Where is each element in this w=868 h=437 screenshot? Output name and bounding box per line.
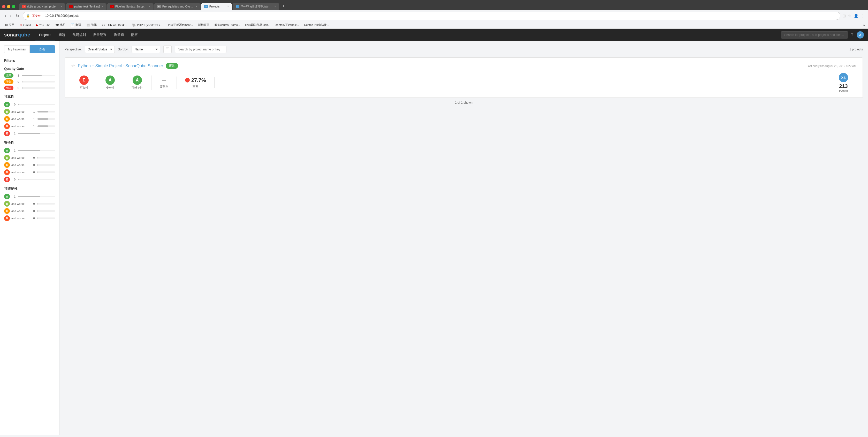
perspective-select[interactable]: Overall Status Leak Period	[85, 46, 115, 53]
bookmark-youtube[interactable]: ▶ YouTube	[34, 23, 53, 27]
my-favorites-toggle[interactable]: My Favorites	[4, 45, 30, 53]
reliability-a-count: 0	[11, 103, 16, 106]
nav-issues[interactable]: 问题	[55, 29, 69, 41]
maximize-window-btn[interactable]	[12, 5, 15, 8]
bookmark-button[interactable]: ☆	[848, 13, 851, 18]
refresh-button[interactable]: ↻	[14, 13, 21, 19]
reliability-section: 可靠性 A 0 B and worse 1 C	[4, 94, 55, 136]
project-search-input[interactable]	[175, 46, 226, 53]
menu-button[interactable]: ⋮	[861, 13, 865, 18]
reliability-d[interactable]: D and worse 1	[4, 123, 55, 129]
security-c-bar	[37, 164, 38, 166]
reliability-c-bar	[37, 118, 48, 120]
sidebar: My Favorites 所有 Filters Quality Gate 正常 …	[0, 41, 59, 435]
nav-quality-gates[interactable]: 质量阀	[110, 29, 127, 41]
tab-6[interactable]: O OneBlog开源博客后台管理系统 ×	[232, 3, 279, 10]
sort-by-select[interactable]: Name Last Analysis Quality Gate	[131, 46, 160, 53]
maintainability-d[interactable]: D and worse 0	[4, 215, 55, 221]
bookmark-newtab-label: 新标签页	[198, 23, 209, 27]
bookmark-linux-tomcat[interactable]: linux下部署tomcat...	[165, 23, 195, 27]
bookmark-ck[interactable]: ck :: Ubuntu Desk...	[100, 23, 129, 27]
bookmark-translate[interactable]: 📄 翻译	[68, 23, 83, 27]
translate-button[interactable]: ⊞	[842, 13, 846, 18]
tab-favicon-3: J	[110, 5, 114, 8]
bookmark-newtab[interactable]: 新标签页	[196, 23, 212, 27]
reliability-c[interactable]: C and worse 1	[4, 116, 55, 122]
maintainability-c[interactable]: C and worse 0	[4, 208, 55, 214]
security-e[interactable]: E 0	[4, 177, 55, 182]
reliability-a[interactable]: A 0	[4, 101, 55, 107]
security-d[interactable]: D and worse 0	[4, 169, 55, 175]
nav-projects[interactable]: Projects	[35, 29, 55, 41]
security-d-count: 0	[31, 171, 35, 174]
maintainability-a-bar-container	[18, 196, 55, 197]
tab-1-label: dujie-group / test-project · Gi...	[27, 5, 59, 8]
reliability-a-badge: A	[4, 101, 10, 107]
back-button[interactable]: ‹	[3, 13, 7, 19]
tab-4-close[interactable]: ×	[196, 5, 197, 8]
bookmark-zabbix[interactable]: centos7下zabbix...	[274, 23, 301, 27]
tab-2-close[interactable]: ×	[101, 5, 103, 8]
bookmark-centos-tomc[interactable]: 教你centos中tomc...	[213, 23, 242, 27]
new-tab-button[interactable]: +	[280, 2, 287, 10]
user-avatar[interactable]: A	[857, 31, 864, 38]
quality-gate-warning[interactable]: 警告 0	[4, 79, 55, 84]
metric-coverage: – 覆盖率	[152, 77, 177, 89]
tab-3[interactable]: J Pipeline Syntax: Snippet Gene... ×	[107, 3, 154, 10]
tab-1[interactable]: G dujie-group / test-project · Gi... ×	[19, 3, 65, 10]
security-a[interactable]: A 1	[4, 148, 55, 153]
security-b[interactable]: B and worse 0	[4, 155, 55, 161]
maintainability-a[interactable]: A 1	[4, 194, 55, 199]
forward-button[interactable]: ›	[8, 13, 13, 19]
bookmark-php[interactable]: 🐘 PHP: Hypertext Pr...	[130, 23, 164, 27]
bookmark-maps[interactable]: 🗺 地图	[54, 23, 67, 27]
sort-order-button[interactable]	[163, 45, 172, 53]
nav-quality-profiles[interactable]: 质量配置	[89, 29, 110, 41]
reliability-d-badge: D	[4, 123, 10, 129]
nav-rules[interactable]: 代码规则	[69, 29, 89, 41]
security-e-bar	[18, 179, 19, 180]
quality-gate-normal-tag[interactable]: 正常	[4, 73, 13, 78]
quality-gate-error-tag[interactable]: 错误	[4, 86, 13, 90]
help-button[interactable]: ?	[851, 33, 854, 37]
favorite-button[interactable]: ☆	[71, 63, 75, 69]
security-b-bar	[37, 157, 38, 158]
language-name: Python	[839, 89, 848, 92]
nav-administration[interactable]: 配置	[127, 29, 142, 41]
tab-1-close[interactable]: ×	[61, 5, 62, 8]
tab-6-close[interactable]: ×	[274, 5, 276, 8]
security-c[interactable]: C and worse 0	[4, 162, 55, 168]
tab-5[interactable]: S Projects ×	[201, 3, 232, 10]
bookmark-linux-web[interactable]: linux网站部署-cen...	[243, 23, 273, 27]
bookmark-centos-mirror[interactable]: Centos | 镜像站使...	[302, 23, 331, 27]
tab-5-close[interactable]: ×	[227, 5, 229, 8]
reliability-e[interactable]: E 1	[4, 130, 55, 136]
global-search-input[interactable]	[781, 31, 848, 38]
minimize-window-btn[interactable]	[7, 5, 10, 8]
duplications-value: 27.7%	[191, 77, 206, 83]
quality-gate-normal-bar	[22, 75, 42, 76]
tab-4[interactable]: P Prerequisites and Overview | S... ×	[154, 3, 200, 10]
app: sonarqube Projects 问题 代码规则 质量配置 质量阀 配置 ?…	[0, 29, 868, 435]
security-a-badge: A	[4, 148, 10, 153]
bookmark-gmail[interactable]: ✉ Gmail	[18, 23, 33, 27]
quality-gate-normal[interactable]: 正常 1	[4, 73, 55, 78]
quality-gate-warning-count: 0	[15, 80, 19, 83]
maintainability-b[interactable]: B and worse 0	[4, 201, 55, 207]
quality-gate-error[interactable]: 错误 0	[4, 86, 55, 90]
nav-buttons: ‹ › ↻	[3, 13, 21, 19]
filters-title: Filters	[4, 58, 55, 63]
bookmark-news[interactable]: 📰 资讯	[84, 23, 99, 27]
tab-3-close[interactable]: ×	[149, 5, 150, 8]
more-bookmarks-button[interactable]: »	[863, 23, 865, 27]
tab-2[interactable]: J pipline-test [Jenkins] ×	[66, 3, 106, 10]
bookmark-apps[interactable]: ⊞ 应用	[3, 23, 17, 27]
project-name-link[interactable]: Python :: Simple Project : SonarQube Sca…	[78, 64, 163, 68]
security-b-bar-container	[37, 157, 55, 158]
close-window-btn[interactable]	[2, 5, 5, 8]
user-profile-button[interactable]: 👤	[854, 13, 859, 18]
quality-gate-warning-tag[interactable]: 警告	[4, 79, 13, 84]
address-input[interactable]	[43, 13, 837, 19]
reliability-b[interactable]: B and worse 1	[4, 109, 55, 115]
all-toggle[interactable]: 所有	[30, 45, 55, 53]
